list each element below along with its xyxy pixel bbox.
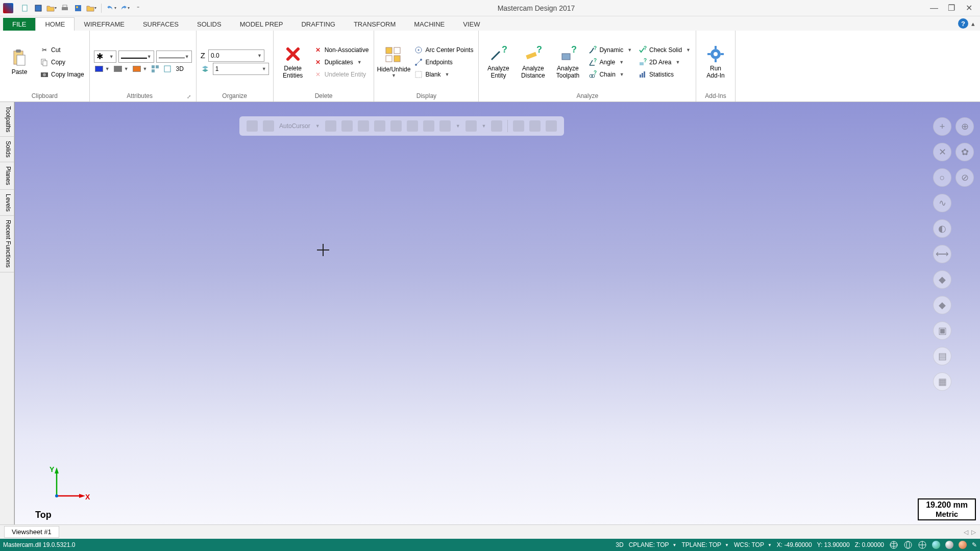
- save-image-icon[interactable]: [72, 3, 84, 14]
- ft-item-12[interactable]: [529, 120, 541, 132]
- tab-surfaces[interactable]: SURFACES: [134, 18, 188, 31]
- ft-item-13[interactable]: [546, 120, 557, 132]
- status-mode[interactable]: 3D: [616, 541, 623, 548]
- status-tplane[interactable]: TPLANE: TOP▼: [682, 541, 729, 548]
- viewsheet-tab[interactable]: Viewsheet #1: [4, 526, 59, 538]
- autocursor-icon[interactable]: [263, 120, 274, 132]
- dynamic-button[interactable]: ?Dynamic▼: [587, 44, 633, 56]
- tab-machine[interactable]: MACHINE: [405, 18, 454, 31]
- ft-item-5[interactable]: [390, 120, 402, 132]
- viewsheet-prev-icon[interactable]: ◁: [964, 529, 968, 536]
- copy-image-button[interactable]: Copy Image: [39, 69, 85, 80]
- paste-button[interactable]: Paste: [4, 46, 35, 78]
- point-style-dropdown[interactable]: ✱▼: [94, 51, 116, 63]
- folder-icon[interactable]: ▾: [86, 3, 97, 14]
- analyze-distance-button[interactable]: ? Analyze Distance: [518, 43, 548, 81]
- set-attributes-button[interactable]: [150, 64, 160, 74]
- wireframe-color-dropdown[interactable]: ▼: [94, 64, 111, 74]
- tab-wireframe[interactable]: WIREFRAME: [75, 18, 133, 31]
- status-wcs[interactable]: WCS: TOP▼: [734, 541, 772, 548]
- side-tab-solids[interactable]: Solids: [0, 137, 14, 162]
- tab-solids[interactable]: SOLIDS: [188, 18, 231, 31]
- undo-icon[interactable]: ▾: [106, 3, 117, 14]
- line-style-dropdown[interactable]: ▼: [118, 51, 154, 63]
- ft-item-7[interactable]: [423, 120, 434, 132]
- print-icon[interactable]: [59, 3, 70, 14]
- minimize-button[interactable]: —: [926, 2, 942, 14]
- rf-shape-icon[interactable]: ◐: [933, 219, 951, 238]
- rf-cross-icon[interactable]: ✕: [933, 143, 951, 161]
- delete-entities-button[interactable]: Delete Entities: [278, 43, 308, 81]
- non-associative-button[interactable]: ✕Non-Associative: [312, 44, 370, 56]
- ft-item-8[interactable]: [439, 120, 451, 132]
- tab-view[interactable]: VIEW: [454, 18, 489, 31]
- duplicates-button[interactable]: ✕Duplicates▼: [312, 57, 370, 68]
- save-icon[interactable]: [33, 3, 44, 14]
- rf-dim-icon[interactable]: ⟷: [933, 245, 951, 263]
- analyze-toolpath-button[interactable]: ? Analyze Toolpath: [552, 43, 583, 81]
- rf-circle-icon[interactable]: ○: [933, 168, 951, 187]
- ft-item-11[interactable]: [513, 120, 524, 132]
- maximize-button[interactable]: ❐: [943, 2, 960, 14]
- rf-zoom-icon[interactable]: ⊕: [955, 117, 974, 136]
- ft-item-1[interactable]: [325, 120, 336, 132]
- open-folder-icon[interactable]: ▾: [46, 3, 57, 14]
- rf-note-icon[interactable]: ▤: [933, 347, 951, 365]
- blank-button[interactable]: Blank▼: [413, 69, 474, 80]
- close-button[interactable]: ✕: [961, 2, 977, 14]
- side-tab-recent[interactable]: Recent Functions: [0, 216, 14, 272]
- side-tab-levels[interactable]: Levels: [0, 190, 14, 216]
- analyze-entity-button[interactable]: ? Analyze Entity: [483, 43, 513, 81]
- solid-color-dropdown[interactable]: ▼: [132, 64, 149, 74]
- rf-plus-icon[interactable]: +: [933, 117, 951, 136]
- copy-button[interactable]: Copy: [39, 57, 85, 68]
- tab-drafting[interactable]: DRAFTING: [292, 18, 344, 31]
- status-cplane[interactable]: CPLANE: TOP▼: [629, 541, 677, 548]
- status-orb1-icon[interactable]: [932, 541, 940, 549]
- rf-nocircle-icon[interactable]: ⊘: [955, 168, 974, 187]
- tab-transform[interactable]: TRANSFORM: [345, 18, 405, 31]
- chain-button[interactable]: ?Chain▼: [587, 69, 633, 80]
- side-tab-toolpaths[interactable]: Toolpaths: [0, 102, 14, 137]
- level-input[interactable]: 1▼: [213, 63, 269, 75]
- cut-button[interactable]: ✂Cut: [39, 44, 85, 56]
- statistics-button[interactable]: Statistics: [637, 69, 692, 80]
- ft-item-9[interactable]: [465, 120, 477, 132]
- ft-item-4[interactable]: [374, 120, 385, 132]
- rf-tool1-icon[interactable]: ◆: [933, 270, 951, 289]
- status-orb3-icon[interactable]: [959, 541, 967, 549]
- side-tab-planes[interactable]: Planes: [0, 162, 14, 190]
- arc-center-button[interactable]: Arc Center Points: [413, 44, 474, 56]
- run-addin-button[interactable]: Run Add-In: [700, 43, 731, 81]
- rf-curve-icon[interactable]: ∿: [933, 194, 951, 212]
- surface-color-dropdown[interactable]: ▼: [113, 64, 130, 74]
- ft-item-10[interactable]: [491, 120, 502, 132]
- viewsheet-next-icon[interactable]: ▷: [971, 529, 976, 536]
- new-file-icon[interactable]: [19, 3, 31, 14]
- rf-layers-icon[interactable]: ▦: [933, 372, 951, 391]
- clear-colors-button[interactable]: [162, 64, 173, 74]
- redo-icon[interactable]: ▾: [119, 3, 130, 14]
- 2d-area-button[interactable]: ?2D Area▼: [637, 57, 692, 68]
- tab-file[interactable]: FILE: [3, 18, 35, 31]
- attributes-launcher[interactable]: ⤢: [186, 93, 192, 101]
- rf-tool2-icon[interactable]: ◆: [933, 296, 951, 314]
- check-solid-button[interactable]: ?Check Solid▼: [637, 44, 692, 56]
- endpoints-button[interactable]: Endpoints: [413, 57, 474, 68]
- status-globe1-icon[interactable]: [889, 540, 898, 549]
- angle-button[interactable]: ?Angle▼: [587, 57, 633, 68]
- ft-item-3[interactable]: [358, 120, 369, 132]
- rf-camera-icon[interactable]: ▣: [933, 321, 951, 340]
- qat-customize-icon[interactable]: ⁼: [132, 3, 143, 14]
- hide-unhide-button[interactable]: Hide/Unhide ▼: [378, 44, 409, 80]
- help-icon[interactable]: ?: [958, 18, 968, 29]
- status-pencil-icon[interactable]: ✎: [972, 541, 977, 548]
- 2d-3d-toggle[interactable]: 3D: [175, 64, 184, 74]
- status-globe3-icon[interactable]: [918, 540, 927, 549]
- z-depth-input[interactable]: 0.0▼: [208, 49, 264, 62]
- tab-home[interactable]: HOME: [35, 17, 75, 31]
- graphics-canvas[interactable]: AutoCursor ▼ ▼ ▼ +⊕ ✕✿ ○⊘ ∿ ◐ ⟷: [14, 102, 980, 524]
- collapse-ribbon-icon[interactable]: ▴: [971, 20, 975, 28]
- tab-model-prep[interactable]: MODEL PREP: [231, 18, 292, 31]
- lock-icon[interactable]: [247, 120, 258, 132]
